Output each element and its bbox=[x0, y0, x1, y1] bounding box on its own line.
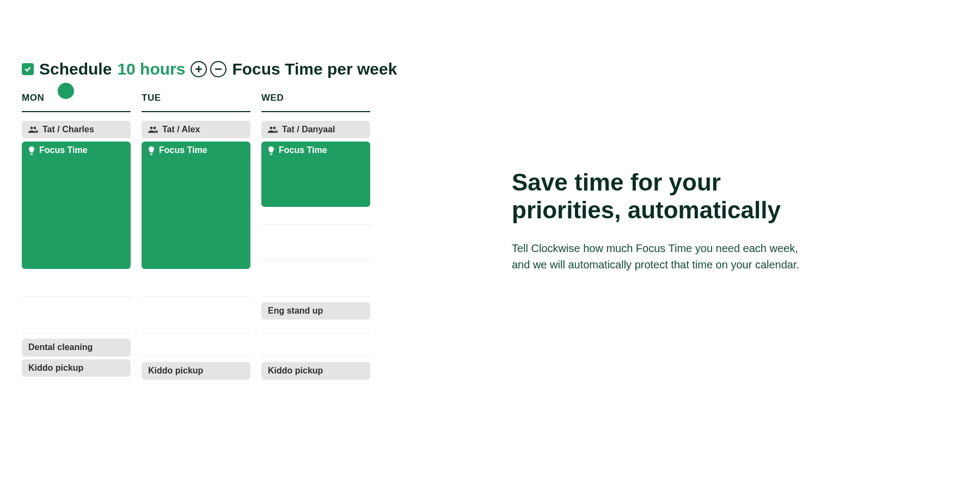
day-column-tue: Tat / Alex Focus Time Kiddo pickup bbox=[142, 118, 250, 401]
calendar-event[interactable]: Kiddo pickup bbox=[261, 362, 370, 379]
bulb-icon bbox=[148, 146, 155, 155]
hours-increase-button[interactable] bbox=[191, 61, 207, 77]
day-column-mon: Tat / Charles Focus Time Dental cleaning… bbox=[22, 118, 131, 401]
meeting-event[interactable]: Tat / Charles bbox=[22, 121, 131, 138]
day-header-tue: TUE bbox=[142, 93, 250, 112]
people-icon bbox=[268, 126, 278, 133]
marketing-copy: Save time for your priorities, automatic… bbox=[512, 169, 817, 273]
people-icon bbox=[28, 126, 38, 133]
day-column-wed: Tat / Danyaal Focus Time Eng stand up Ki… bbox=[261, 118, 370, 401]
event-label: Tat / Alex bbox=[162, 125, 200, 134]
focus-time-event[interactable]: Focus Time bbox=[142, 142, 250, 269]
schedule-checkbox[interactable] bbox=[22, 63, 34, 75]
hours-decrease-button[interactable] bbox=[210, 61, 226, 77]
event-label: Focus Time bbox=[279, 145, 327, 155]
people-icon bbox=[148, 126, 158, 133]
event-label: Kiddo pickup bbox=[148, 366, 203, 376]
svg-point-4 bbox=[34, 127, 36, 130]
event-label: Tat / Charles bbox=[42, 125, 94, 134]
day-label: MON bbox=[22, 93, 44, 103]
event-label: Focus Time bbox=[159, 145, 207, 155]
event-label: Kiddo pickup bbox=[268, 366, 323, 376]
bulb-icon bbox=[268, 146, 274, 155]
meeting-event[interactable]: Tat / Alex bbox=[142, 121, 250, 138]
svg-point-5 bbox=[150, 127, 153, 130]
meeting-event[interactable]: Tat / Danyaal bbox=[261, 121, 370, 138]
svg-point-6 bbox=[154, 127, 156, 130]
calendar-event[interactable]: Dental cleaning bbox=[22, 339, 131, 356]
event-label: Tat / Danyaal bbox=[282, 125, 335, 134]
day-header-wed: WED bbox=[261, 93, 370, 112]
svg-point-3 bbox=[30, 127, 33, 130]
calendar-event[interactable]: Kiddo pickup bbox=[142, 362, 250, 379]
day-label: WED bbox=[261, 93, 284, 103]
hours-value: 10 hours bbox=[117, 60, 185, 78]
today-indicator-icon bbox=[58, 83, 74, 99]
day-header-mon: MON bbox=[22, 93, 131, 112]
body-text: Tell Clockwise how much Focus Time you n… bbox=[512, 240, 817, 273]
svg-point-8 bbox=[273, 127, 276, 130]
day-headers: MON TUE WED bbox=[22, 93, 436, 112]
event-label: Eng stand up bbox=[268, 306, 323, 316]
svg-point-7 bbox=[270, 127, 273, 130]
schedule-prefix: Schedule bbox=[39, 60, 112, 78]
day-label: TUE bbox=[142, 93, 161, 103]
event-label: Kiddo pickup bbox=[28, 363, 83, 373]
calendar-panel: Schedule 10 hours Focus Time per week MO… bbox=[22, 60, 436, 401]
day-columns: Tat / Charles Focus Time Dental cleaning… bbox=[22, 118, 436, 401]
event-label: Dental cleaning bbox=[28, 342, 93, 352]
schedule-suffix: Focus Time per week bbox=[232, 60, 397, 78]
event-label: Focus Time bbox=[39, 145, 88, 155]
headline: Save time for your priorities, automatic… bbox=[512, 169, 817, 224]
focus-time-toggle-row: Schedule 10 hours Focus Time per week bbox=[22, 60, 436, 78]
bulb-icon bbox=[28, 146, 35, 155]
focus-time-event[interactable]: Focus Time bbox=[22, 142, 131, 269]
focus-time-event[interactable]: Focus Time bbox=[261, 142, 370, 207]
calendar-event[interactable]: Eng stand up bbox=[261, 302, 370, 320]
calendar-event[interactable]: Kiddo pickup bbox=[22, 359, 131, 377]
